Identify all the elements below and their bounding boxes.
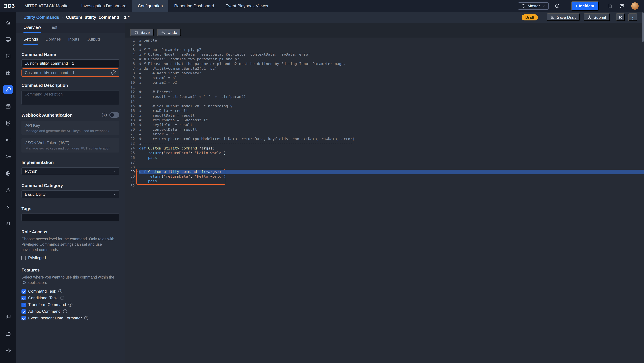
code-line-32[interactable]: 32 bbox=[125, 184, 644, 188]
nav-item-mitre-att-ck-monitor[interactable]: MITRE ATT&CK Monitor bbox=[19, 0, 76, 12]
rail-item-folder[interactable] bbox=[0, 325, 16, 342]
code-line-12[interactable]: 12# # Process bbox=[125, 90, 644, 94]
breadcrumb-parent-link[interactable]: Utility Commands bbox=[24, 15, 59, 19]
code-line-6[interactable]: 6# # Please note that the parameter p1 a… bbox=[125, 62, 644, 66]
subtab-inputs[interactable]: Inputs bbox=[68, 37, 79, 44]
code-line-2[interactable]: 2#--------------------------------------… bbox=[125, 43, 644, 48]
rail-item-copy[interactable] bbox=[0, 308, 16, 325]
rail-item-flask[interactable] bbox=[0, 182, 16, 198]
chat-icon[interactable] bbox=[619, 3, 624, 8]
rail-item-home[interactable] bbox=[0, 14, 16, 31]
command-name-input[interactable] bbox=[22, 59, 120, 67]
annotation-command-internal-name: Custom_utility_command__1 ? bbox=[22, 68, 120, 77]
rail-item-share-network[interactable] bbox=[0, 131, 16, 148]
info-icon[interactable]: i bbox=[68, 303, 72, 307]
checkbox-ad-hoc-command[interactable] bbox=[22, 309, 26, 314]
nav-item-investigation-dashboard[interactable]: Investigation Dashboard bbox=[76, 0, 132, 12]
rail-item-database[interactable] bbox=[0, 115, 16, 131]
user-avatar[interactable] bbox=[631, 2, 639, 9]
code-line-31[interactable]: 31 pass bbox=[125, 179, 644, 184]
fold-marker[interactable]: ▾ bbox=[135, 66, 139, 71]
rail-item-gear[interactable] bbox=[0, 342, 16, 359]
code-line-29[interactable]: 29▾def Custom_utility_command__1(*args): bbox=[125, 170, 644, 174]
info-icon[interactable]: i bbox=[84, 316, 88, 320]
fold-marker[interactable]: ▾ bbox=[135, 146, 139, 151]
checkbox-command-task[interactable] bbox=[22, 289, 26, 294]
subtab-settings[interactable]: Settings bbox=[24, 37, 38, 44]
code-line-15[interactable]: 15# # Set Output model value accordingly bbox=[125, 104, 644, 109]
rail-item-waves[interactable] bbox=[0, 215, 16, 232]
code-line-30[interactable]: 30 return("returnData": "Hello world") bbox=[125, 174, 644, 179]
implementation-select[interactable]: Python bbox=[22, 167, 120, 175]
privileged-checkbox[interactable] bbox=[22, 256, 26, 260]
code-area[interactable]: 1▾# Sample:2#---------------------------… bbox=[125, 37, 644, 363]
nav-item-configuration[interactable]: Configuration bbox=[132, 0, 168, 12]
info-icon[interactable]: i bbox=[58, 289, 62, 293]
question-icon[interactable]: ? bbox=[102, 113, 107, 117]
code-line-11[interactable]: 11 bbox=[125, 85, 644, 90]
rail-item-play-square[interactable] bbox=[0, 48, 16, 64]
code-line-26[interactable]: 26 pass bbox=[125, 156, 644, 160]
fold-marker[interactable]: ▾ bbox=[135, 38, 139, 43]
code-line-16[interactable]: 16# rawData = result bbox=[125, 109, 644, 113]
checkbox-conditional-task[interactable] bbox=[22, 296, 26, 300]
code-line-24[interactable]: 24▾def Custom_utility_command(*args): bbox=[125, 146, 644, 151]
checkbox-event-incident-data-formatter[interactable] bbox=[22, 316, 26, 320]
site-selector[interactable]: Master bbox=[518, 2, 548, 9]
code-line-22[interactable]: 22# return pb.returnOutputModel(resultDa… bbox=[125, 137, 644, 141]
editor-save-button[interactable]: Save bbox=[130, 29, 154, 36]
code-line-17[interactable]: 17# resultData = result bbox=[125, 113, 644, 118]
new-incident-button[interactable]: + Incident bbox=[571, 1, 599, 10]
editor-undo-button[interactable]: Undo bbox=[157, 29, 181, 36]
code-line-8[interactable]: 8# # Read input parameter bbox=[125, 71, 644, 76]
code-line-20[interactable]: 20# contextData = result bbox=[125, 127, 644, 132]
code-line-18[interactable]: 18# returnData = "Successful" bbox=[125, 118, 644, 123]
subtab-libraries[interactable]: Libraries bbox=[46, 37, 61, 44]
subtab-outputs[interactable]: Outputs bbox=[86, 37, 100, 44]
code-line-1[interactable]: 1▾# Sample: bbox=[125, 38, 644, 43]
more-options-button[interactable]: ⋮ bbox=[628, 13, 637, 21]
code-line-4[interactable]: 4# # Output Model: rawData, resultData, … bbox=[125, 52, 644, 57]
code-line-3[interactable]: 3# # Input Parameters: p1, p2 bbox=[125, 48, 644, 52]
rail-item-archive-box[interactable] bbox=[0, 98, 16, 115]
page-scrollbar-thumb[interactable] bbox=[642, 12, 644, 42]
d3-logo[interactable]: ƎD3 bbox=[0, 0, 19, 12]
rail-item-lightning[interactable] bbox=[0, 198, 16, 215]
fold-marker[interactable]: ▾ bbox=[135, 170, 139, 174]
code-line-28[interactable]: 28 bbox=[125, 165, 644, 170]
code-line-14[interactable]: 14 bbox=[125, 99, 644, 104]
code-line-19[interactable]: 19# keyfields = result bbox=[125, 123, 644, 127]
code-line-9[interactable]: 9# param1 = p1 bbox=[125, 76, 644, 80]
command-category-select[interactable]: Basic Utility bbox=[22, 190, 120, 198]
code-line-27[interactable]: 27 bbox=[125, 160, 644, 165]
nav-item-event-playbook-viewer[interactable]: Event Playbook Viewer bbox=[220, 0, 274, 12]
document-icon[interactable] bbox=[608, 3, 612, 8]
code-line-21[interactable]: 21# error = "" bbox=[125, 132, 644, 137]
code-line-10[interactable]: 10# param2 = p2 bbox=[125, 80, 644, 85]
submit-button[interactable]: Submit bbox=[584, 13, 610, 21]
webhook-auth-toggle[interactable] bbox=[109, 112, 120, 118]
command-internal-name-field[interactable]: Custom_utility_command__1 ? bbox=[22, 69, 119, 76]
tab-test[interactable]: Test bbox=[50, 23, 57, 33]
nav-item-reporting-dashboard[interactable]: Reporting Dashboard bbox=[168, 0, 220, 12]
info-icon[interactable] bbox=[554, 3, 560, 8]
rail-item-globe[interactable] bbox=[0, 165, 16, 182]
code-line-13[interactable]: 13# result = str(param1) + " " + str(par… bbox=[125, 94, 644, 99]
code-line-5[interactable]: 5# # Process: combine two parameter p1 a… bbox=[125, 57, 644, 62]
code-line-7[interactable]: 7▾# def UtilityCommandSample2(p1, p2): bbox=[125, 66, 644, 71]
code-line-23[interactable]: 23#-------------------------------------… bbox=[125, 141, 644, 146]
checkbox-transform-command[interactable] bbox=[22, 303, 26, 307]
rail-item-wrench[interactable] bbox=[0, 81, 16, 98]
save-draft-button[interactable]: Save Draft bbox=[547, 13, 580, 21]
info-icon[interactable]: i bbox=[60, 296, 64, 300]
info-icon[interactable]: i bbox=[63, 309, 67, 313]
command-description-input[interactable] bbox=[22, 90, 120, 105]
rail-item-monitor-play[interactable] bbox=[0, 31, 16, 48]
code-line-25[interactable]: 25 return("returnData": "Hello world") bbox=[125, 151, 644, 156]
tab-overview[interactable]: Overview bbox=[24, 23, 41, 33]
question-icon[interactable]: ? bbox=[111, 70, 116, 75]
tags-input[interactable] bbox=[22, 214, 120, 221]
rail-item-broadcast[interactable] bbox=[0, 148, 16, 165]
rail-item-puzzle[interactable] bbox=[0, 64, 16, 81]
history-button[interactable] bbox=[616, 13, 625, 21]
